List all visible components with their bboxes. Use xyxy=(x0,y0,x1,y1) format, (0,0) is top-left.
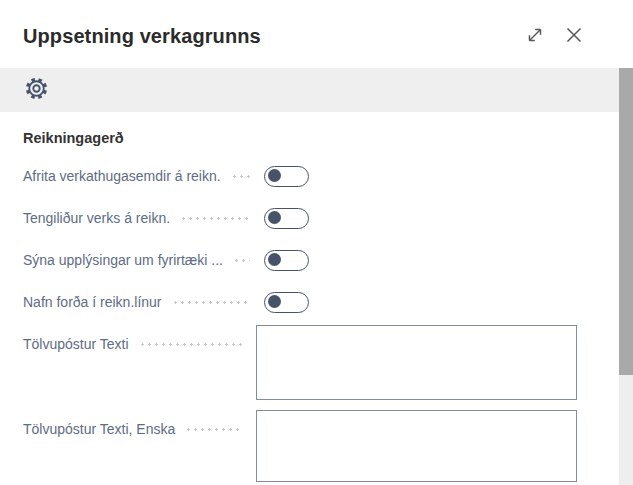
field-control-col xyxy=(256,325,577,400)
action-toolbar xyxy=(0,68,619,112)
field-label: Tengiliður verks á reikn. xyxy=(23,208,170,228)
toggle-syna-upplysingar[interactable] xyxy=(264,250,309,271)
dotted-leader xyxy=(139,343,242,346)
content-area: Reikningagerð Afrita verkathugasemdir á … xyxy=(0,112,619,482)
settings-gear-icon xyxy=(24,76,49,104)
expand-diagonal-icon xyxy=(526,26,544,47)
toggle-knob xyxy=(268,169,281,182)
toggle-knob xyxy=(268,253,281,266)
scrollbar-track[interactable] xyxy=(619,68,633,485)
field-label-col: Tölvupóstur Texti, Enska xyxy=(23,410,256,439)
field-control-col xyxy=(264,250,577,271)
field-control-col xyxy=(264,166,577,187)
section-title-reikningagerd: Reikningagerð xyxy=(23,129,577,147)
scrollbar-thumb[interactable] xyxy=(619,68,633,375)
field-label-col: Sýna upplýsingar um fyrirtæki ... xyxy=(23,250,264,270)
field-control-col xyxy=(256,410,577,482)
settings-gear-button[interactable] xyxy=(23,77,49,103)
field-control-col xyxy=(264,292,577,313)
field-label-col: Tengiliður verks á reikn. xyxy=(23,208,264,228)
toggle-tengilidur-verks[interactable] xyxy=(264,208,309,229)
field-row-tolvupostur-texti: Tölvupóstur Texti xyxy=(23,325,577,400)
field-label: Afrita verkathugasemdir á reikn. xyxy=(23,166,221,186)
settings-pane-window: Uppsetning verkagrunns xyxy=(0,0,633,485)
toggle-knob xyxy=(268,295,281,308)
field-row-afrita-verkathugasemdir: Afrita verkathugasemdir á reikn. xyxy=(23,155,577,197)
field-control-col xyxy=(264,208,577,229)
tolvupostur-texti-enska-input[interactable] xyxy=(256,410,577,482)
close-button[interactable] xyxy=(563,25,585,47)
pane-header: Uppsetning verkagrunns xyxy=(0,0,619,68)
toggle-nafn-forda[interactable] xyxy=(264,292,309,313)
toggle-knob xyxy=(268,211,281,224)
field-label: Sýna upplýsingar um fyrirtæki ... xyxy=(23,250,223,270)
dotted-leader xyxy=(180,217,250,220)
field-row-syna-upplysingar: Sýna upplýsingar um fyrirtæki ... xyxy=(23,239,577,281)
page-title: Uppsetning verkagrunns xyxy=(23,25,524,48)
field-label: Tölvupóstur Texti, Enska xyxy=(23,419,175,439)
dotted-leader xyxy=(185,428,242,431)
field-label-col: Nafn forða í reikn.línur xyxy=(23,292,264,312)
field-label-col: Afrita verkathugasemdir á reikn. xyxy=(23,166,264,186)
field-label: Nafn forða í reikn.línur xyxy=(23,292,162,312)
field-row-tengilidur-verks: Tengiliður verks á reikn. xyxy=(23,197,577,239)
dotted-leader xyxy=(231,175,250,178)
tolvupostur-texti-input[interactable] xyxy=(256,325,577,400)
expand-button[interactable] xyxy=(524,25,546,47)
field-row-nafn-forda: Nafn forða í reikn.línur xyxy=(23,281,577,323)
field-label: Tölvupóstur Texti xyxy=(23,334,129,354)
header-actions xyxy=(524,25,585,47)
close-x-icon xyxy=(564,25,584,48)
toggle-afrita-verkathugasemdir[interactable] xyxy=(264,166,309,187)
field-label-col: Tölvupóstur Texti xyxy=(23,325,256,354)
dotted-leader xyxy=(233,259,250,262)
field-row-tolvupostur-texti-enska: Tölvupóstur Texti, Enska xyxy=(23,410,577,482)
dotted-leader xyxy=(172,301,250,304)
